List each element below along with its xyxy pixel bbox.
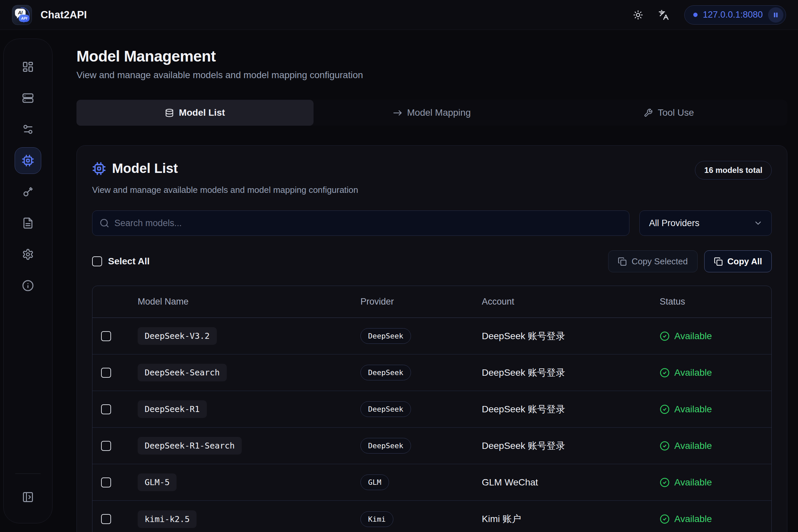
tab-tool-use[interactable]: Tool Use [550, 100, 787, 126]
check-circle-icon [660, 514, 670, 524]
model-name: DeepSeek-R1 [138, 400, 207, 418]
status-label: Available [674, 331, 712, 341]
status-badge: Available [660, 404, 772, 415]
topbar: AI API Chat2API 127.0.0.1:8080 [0, 0, 798, 30]
column-account: Account [482, 297, 660, 307]
app-logo-icon: AI API [12, 5, 32, 25]
info-icon [22, 280, 34, 291]
sidebar-item-preferences[interactable] [15, 116, 41, 142]
status-badge: Available [660, 331, 772, 341]
key-icon [22, 186, 34, 198]
server-icon [22, 92, 34, 104]
select-all-checkbox[interactable] [92, 256, 102, 266]
row-checkbox[interactable] [101, 441, 111, 451]
status-label: Available [674, 514, 712, 524]
tab-label: Model Mapping [407, 108, 471, 118]
server-status-badge[interactable]: 127.0.0.1:8080 [684, 5, 786, 25]
card-header: Model List 16 models total [92, 161, 772, 179]
status-badge: Available [660, 514, 772, 524]
language-toggle-button[interactable] [658, 10, 669, 20]
panel-collapse-icon [22, 491, 34, 503]
account-label: DeepSeek 账号登录 [482, 440, 660, 452]
topbar-actions: 127.0.0.1:8080 [633, 5, 786, 25]
model-name: DeepSeek-R1-Search [138, 437, 242, 455]
languages-icon [658, 10, 669, 20]
pause-button[interactable] [768, 7, 783, 23]
cpu-icon [22, 154, 34, 167]
model-name: kimi-k2.5 [138, 510, 196, 528]
check-circle-icon [660, 441, 670, 451]
account-label: Kimi 账户 [482, 513, 660, 525]
column-provider: Provider [360, 297, 482, 307]
table-row: DeepSeek-R1 DeepSeek DeepSeek 账号登录 Avail… [92, 391, 772, 428]
provider-filter-value: All Providers [649, 218, 700, 228]
sidebar-item-servers[interactable] [15, 85, 41, 111]
filter-row: All Providers [92, 210, 772, 236]
row-checkbox[interactable] [101, 331, 111, 341]
server-address: 127.0.0.1:8080 [703, 10, 763, 20]
sidebar-item-keys[interactable] [15, 178, 41, 205]
provider-filter-select[interactable]: All Providers [640, 210, 772, 236]
row-checkbox[interactable] [101, 477, 111, 488]
sidebar-item-logs[interactable] [15, 210, 41, 236]
tab-label: Tool Use [658, 108, 694, 118]
account-label: DeepSeek 账号登录 [482, 366, 660, 379]
table-row: DeepSeek-R1-Search DeepSeek DeepSeek 账号登… [92, 428, 772, 464]
model-name: DeepSeek-Search [138, 364, 227, 381]
pause-icon [772, 11, 779, 19]
tab-model-list[interactable]: Model List [76, 100, 314, 126]
status-dot-icon [693, 13, 698, 17]
account-label: DeepSeek 账号登录 [482, 330, 660, 342]
status-label: Available [674, 404, 712, 415]
row-checkbox[interactable] [101, 404, 111, 414]
check-circle-icon [660, 331, 670, 341]
status-label: Available [674, 477, 712, 488]
provider-badge: DeepSeek [360, 328, 411, 344]
status-label: Available [674, 367, 712, 378]
tab-model-mapping[interactable]: Model Mapping [314, 100, 551, 126]
column-status: Status [660, 297, 772, 307]
dashboard-icon [22, 61, 34, 73]
check-circle-icon [660, 477, 670, 488]
sidebar-nav [15, 54, 41, 299]
card-title: Model List [112, 161, 178, 176]
table-row: DeepSeek-V3.2 DeepSeek DeepSeek 账号登录 Ava… [92, 318, 772, 355]
page-title: Model Management [76, 47, 787, 65]
cpu-icon [92, 162, 106, 175]
sidebar-item-models[interactable] [15, 147, 41, 174]
model-list-card: Model List 16 models total View and mana… [76, 145, 787, 532]
theme-toggle-button[interactable] [633, 10, 643, 20]
table-row: DeepSeek-Search DeepSeek DeepSeek 账号登录 A… [92, 355, 772, 391]
page-subtitle: View and manage available models and mod… [76, 70, 787, 80]
sidebar-item-about[interactable] [15, 272, 41, 299]
sidebar-collapse-button[interactable] [15, 484, 41, 510]
sidebar [3, 39, 53, 524]
arrow-right-icon [393, 108, 402, 117]
app-title: Chat2API [41, 9, 87, 21]
chevron-down-icon [754, 218, 763, 228]
check-circle-icon [660, 404, 670, 414]
models-total-badge: 16 models total [695, 161, 772, 179]
copy-all-button[interactable]: Copy All [704, 250, 772, 272]
copy-selected-label: Copy Selected [631, 256, 688, 267]
main-content: Model Management View and manage availab… [76, 30, 787, 532]
sidebar-item-dashboard[interactable] [15, 54, 41, 80]
copy-icon [618, 257, 627, 266]
sun-icon [633, 10, 643, 20]
sidebar-item-settings[interactable] [15, 241, 41, 268]
row-checkbox[interactable] [101, 514, 111, 524]
column-model-name: Model Name [138, 297, 360, 307]
brand: AI API Chat2API [12, 5, 87, 25]
gear-icon [22, 248, 34, 260]
status-badge: Available [660, 367, 772, 378]
sliders-icon [22, 124, 34, 135]
account-label: DeepSeek 账号登录 [482, 403, 660, 416]
card-subtitle: View and manage available models and mod… [92, 185, 772, 195]
copy-selected-button[interactable]: Copy Selected [608, 250, 697, 272]
select-all-control[interactable]: Select All [92, 256, 150, 267]
status-badge: Available [660, 440, 772, 451]
search-input[interactable] [92, 210, 629, 236]
status-badge: Available [660, 477, 772, 488]
row-checkbox[interactable] [101, 368, 111, 378]
provider-badge: DeepSeek [360, 365, 411, 380]
